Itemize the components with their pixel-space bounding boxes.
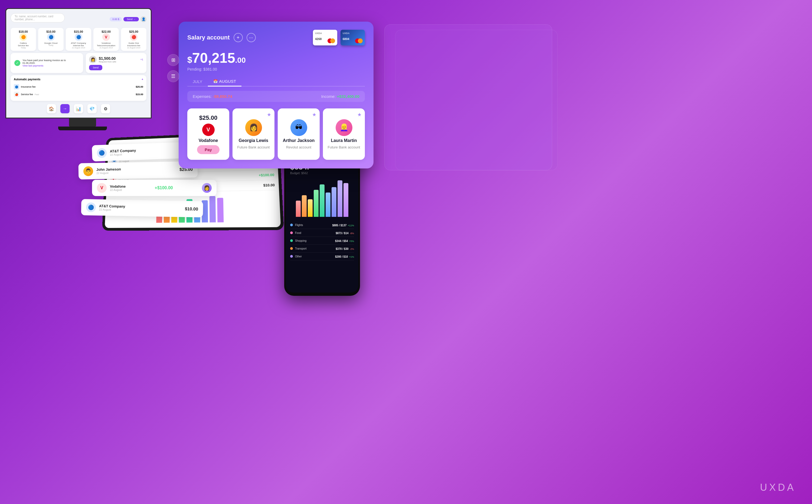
grid-nav-icon[interactable]: ⊞ (167, 54, 179, 66)
john-float-avatar: 👨 (83, 166, 93, 176)
mastercard-logo (328, 38, 335, 43)
phone-bar-5 (320, 184, 325, 217)
add-payment-button[interactable]: + (141, 78, 143, 81)
transfer-nav-icon[interactable]: → (60, 104, 70, 113)
expenses-stat: Expenses: -$9,850.74 (193, 94, 232, 99)
ap-item-insurance: 🔵 Insurance fee $25.00 (14, 83, 143, 91)
star-icon-laura: ★ (357, 112, 362, 118)
phone-row-other: Other $280 / $10 +1% (290, 253, 354, 260)
phone-row-food: Food $873 / $14 -8% (290, 229, 354, 237)
georgia-avatar: 👩 (245, 119, 262, 136)
att2-float-icon: 🔵 (86, 202, 96, 212)
arthur-sub: Revolut account (286, 145, 311, 149)
phone-bar-4 (314, 190, 319, 217)
ap-item-service: 🍎 Service fee Paid $15.00 (14, 91, 143, 98)
banking-card: Salary account + ··· UXDA 4268 UXDA 6804 (178, 22, 374, 168)
guideone-icon: 🔴 (130, 33, 137, 41)
monitor-base (58, 127, 107, 130)
request-card: 👩 $1,500.00 Request from wife +1 Send (86, 53, 146, 73)
arthur-name: Arthur Jackson (283, 138, 315, 143)
month-tabs: JULY 📅 AUGUST (187, 77, 365, 87)
phone-row-transport: Transport $370 / $30 -2% (290, 245, 354, 253)
plus-recipient-button[interactable]: +1 (140, 58, 143, 61)
auto-payments-card: Automatic payments + 🔵 Insurance fee $25… (11, 75, 146, 101)
star-icon-arthur: ★ (312, 112, 316, 118)
vodafone-amount: $25.00 (199, 114, 218, 121)
notification-box: ✓ You have paid your leasing invoice as … (11, 53, 83, 73)
vodafone-card: $25.00 V Vodafone Pay (187, 108, 229, 160)
card-thumb-1[interactable]: UXDA 4268 (313, 30, 337, 45)
auto-payments-header: Automatic payments + (14, 78, 143, 81)
mastercard-logo-dark (355, 38, 363, 43)
card-header: Salary account + ··· UXDA 4268 UXDA 6804 (187, 30, 365, 45)
att-float-icon: 🔵 (97, 148, 107, 158)
account-title: Salary account (187, 34, 230, 41)
monitor-stand (69, 118, 96, 127)
phone-frame: $634. Budget: $562 (284, 149, 360, 296)
request-avatar: 👩 (89, 56, 97, 63)
view-payments-link[interactable]: View last payments (22, 64, 79, 67)
payment-cards: $25.00 V Vodafone Pay ★ 👩 Georgia Lewis … (187, 108, 365, 160)
pending-amount: Pending: $381.00 (187, 67, 365, 71)
georgia-name: Georgia Lewis (239, 138, 268, 143)
check-icon: ✓ (14, 60, 20, 66)
monitor-bottom-nav: 🏠 → 📊 💎 ⚙ (11, 104, 146, 113)
vodafone-float-amount: +$100.00 (155, 185, 173, 190)
more-options-button[interactable]: ··· (247, 33, 256, 42)
card-thumb-2[interactable]: UXDA 6804 (341, 30, 365, 45)
phone-data-rows: Flights $885 / $137 +11% Food $873 / $14 (290, 221, 354, 260)
calendar-icon: 📅 (213, 79, 218, 83)
insurance-icon: 🔵 (14, 84, 19, 89)
card-thumbnails: UXDA 4268 UXDA 6804 (313, 30, 365, 45)
phone-budget: Budget: $562 (290, 171, 309, 175)
laura-name: Laura Martin (331, 138, 357, 143)
home-nav-icon[interactable]: 🏠 (47, 104, 56, 113)
person-float-avatar: 👩 (202, 183, 212, 193)
list-nav-icon[interactable]: ☰ (167, 70, 179, 82)
phone-bar-1 (296, 201, 301, 217)
monitor-screen: To: name, account number, card number, p… (5, 8, 151, 118)
balance-display: $70,215.00 (187, 50, 365, 66)
add-account-button[interactable]: + (234, 33, 243, 42)
stats-row: Expenses: -$9,850.74 Income: +$32,400.00 (187, 91, 365, 102)
phone-bar-2 (302, 195, 307, 217)
phone-bar-7 (332, 187, 336, 217)
bar-9 (217, 198, 224, 222)
user-avatar-desktop: 👤 (140, 16, 146, 22)
vodafone-name: Vodafone (199, 138, 218, 143)
send-button[interactable]: Send (89, 65, 102, 70)
vodafone-icon: V (102, 33, 110, 41)
tab-august[interactable]: 📅 AUGUST (208, 77, 242, 87)
phone-row-shopping: Shopping $344 / $54 +5% (290, 237, 354, 245)
float-card-guideone: 🔵 AT&T Company 22 August $10.00 (81, 199, 203, 217)
trans-google: $10.00 🔵 Google Cloud Today (38, 28, 64, 51)
uxda-watermark: UXDA (760, 482, 796, 493)
analytics-nav-icon[interactable]: 📊 (74, 104, 83, 113)
diamond-nav-icon[interactable]: 💎 (87, 104, 97, 113)
arthur-avatar: 🕶 (291, 119, 307, 136)
send-money-button[interactable]: Send → (123, 17, 139, 21)
settings-nav-icon[interactable]: ⚙ (101, 104, 110, 113)
pay-button[interactable]: Pay (197, 145, 220, 154)
laura-martin-card: ★ 👱‍♀ Laura Martin Future Bank account (323, 108, 365, 160)
star-icon: ★ (267, 112, 271, 118)
phone-bar-9 (344, 183, 348, 217)
apple-icon: 🍎 (14, 92, 19, 97)
income-stat: Income: +$32,400.00 (321, 94, 359, 99)
arthur-jackson-card: ★ 🕶 Arthur Jackson Revolut account (278, 108, 320, 160)
laura-sub: Future Bank account (328, 145, 360, 149)
vodafone-logo: V (202, 124, 215, 136)
georgia-lewis-card: ★ 👩 Georgia Lewis Future Bank account (233, 108, 275, 160)
vodafone-float-icon: V (97, 183, 107, 193)
bg-panel-1 (384, 24, 552, 170)
phone-screen: $634. Budget: $562 (286, 157, 358, 293)
laura-avatar: 👱‍♀ (336, 119, 352, 136)
phone-bar-3 (308, 199, 313, 217)
google-icon: 🔵 (47, 33, 55, 41)
tab-july[interactable]: JULY (187, 77, 208, 86)
float-card-vodafone: V Vodafone 22 August +$100.00 👩 (92, 180, 217, 196)
desktop-search[interactable]: To: name, account number, card number, p… (11, 13, 65, 22)
phone-bar-6 (326, 193, 331, 217)
calibra-icon: 🟠 (19, 33, 27, 41)
att-icon: 🔵 (75, 33, 82, 41)
